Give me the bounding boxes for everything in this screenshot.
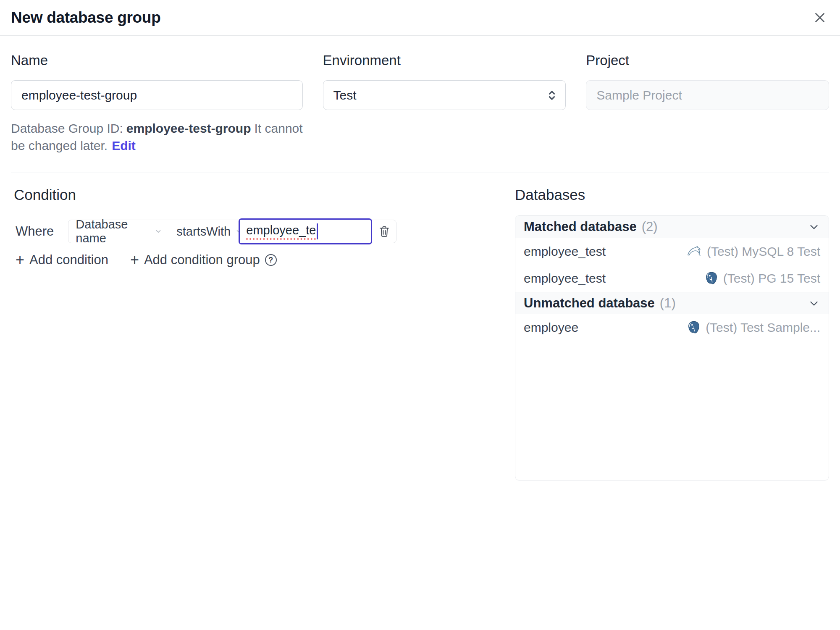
text-cursor [317, 223, 318, 239]
group-id-line1: Database Group ID:employee-test-groupIt … [11, 120, 303, 137]
matched-database-section-header[interactable]: Matched database (2) [515, 216, 829, 238]
unmatched-database-section-header[interactable]: Unmatched database (1) [515, 292, 829, 314]
group-id-suffix2: be changed later. [11, 139, 108, 152]
name-label: Name [11, 52, 303, 68]
edit-group-id-link[interactable]: Edit [112, 139, 136, 152]
database-name: employee_test [524, 244, 606, 259]
database-instance-label: (Test) Test Sample... [706, 320, 820, 335]
new-database-group-dialog: New database group Name Database Group I… [0, 0, 840, 630]
matched-database-count: (2) [642, 219, 658, 234]
name-field-group: Name Database Group ID:employee-test-gro… [11, 52, 303, 154]
project-input[interactable]: Sample Project [586, 80, 829, 110]
condition-value-input[interactable]: employee_te [239, 218, 372, 244]
matched-database-title: Matched database [524, 219, 637, 234]
database-name: employee [524, 320, 578, 335]
database-instance: (Test) PG 15 Test [704, 270, 820, 286]
postgresql-icon [704, 270, 719, 286]
group-id-prefix: Database Group ID: [11, 121, 123, 135]
group-id-suffix1: It cannot [255, 121, 303, 135]
condition-actions: + Add condition + Add condition group ? [16, 252, 277, 268]
condition-operator-value: startsWith [176, 225, 231, 239]
databases-heading: Databases [515, 186, 585, 203]
section-divider [11, 173, 829, 173]
condition-operator-dropdown[interactable]: startsWith [169, 220, 238, 243]
database-instance: (Test) MySQL 8 Test [685, 244, 820, 260]
project-label: Project [586, 52, 829, 68]
environment-selected-value: Test [323, 80, 566, 110]
where-label: Where [16, 224, 54, 239]
databases-panel: Matched database (2) employee_test (Test… [515, 215, 829, 480]
group-id-value: employee-test-group [126, 121, 251, 135]
add-condition-label: Add condition [29, 252, 108, 268]
group-form: Name Database Group ID:employee-test-gro… [11, 36, 829, 154]
table-row: employee (Test) Test Sample... [515, 314, 829, 341]
unmatched-database-count: (1) [660, 296, 676, 311]
condition-factor-value: Database name [76, 218, 150, 245]
condition-factor-dropdown[interactable]: Database name [68, 220, 169, 243]
condition-value-text: employee_te [246, 223, 316, 240]
table-row: employee_test (Test) PG 15 Test [515, 265, 829, 292]
plus-icon: + [16, 252, 24, 268]
select-updown-icon [546, 88, 558, 102]
plus-icon: + [130, 252, 139, 268]
close-button[interactable] [811, 8, 829, 27]
dialog-header: New database group [0, 0, 840, 36]
chevron-down-icon [154, 227, 163, 236]
close-icon [812, 10, 828, 26]
condition-expression-group: Database name startsWith employee_te [68, 220, 396, 243]
database-instance-label: (Test) PG 15 Test [723, 271, 820, 286]
add-condition-button[interactable]: + Add condition [16, 252, 108, 268]
add-condition-group-button[interactable]: + Add condition group ? [130, 252, 277, 268]
database-instance: (Test) Test Sample... [686, 320, 820, 336]
mysql-icon [685, 244, 703, 260]
page-title: New database group [11, 9, 160, 26]
add-condition-group-label: Add condition group [144, 252, 260, 268]
trash-icon [378, 224, 391, 239]
group-id-note: Database Group ID:employee-test-groupIt … [11, 120, 303, 154]
group-id-line2: be changed later.Edit [11, 137, 303, 154]
database-name: employee_test [524, 271, 606, 286]
name-input[interactable] [11, 80, 303, 110]
database-instance-label: (Test) MySQL 8 Test [707, 244, 820, 259]
chevron-down-icon [808, 297, 820, 310]
environment-field-group: Environment Test [323, 52, 566, 154]
project-field-group: Project Sample Project [586, 52, 829, 154]
unmatched-database-title: Unmatched database [524, 296, 655, 311]
chevron-down-icon [808, 220, 820, 233]
condition-heading: Condition [14, 186, 76, 203]
help-icon[interactable]: ? [265, 254, 277, 266]
environment-select[interactable]: Test [323, 80, 566, 110]
environment-label: Environment [323, 52, 566, 68]
condition-row: Where Database name startsWith employee_… [16, 220, 396, 243]
delete-condition-button[interactable] [373, 220, 396, 243]
table-row: employee_test (Test) MySQL 8 Test [515, 238, 829, 265]
postgresql-icon [686, 320, 701, 336]
